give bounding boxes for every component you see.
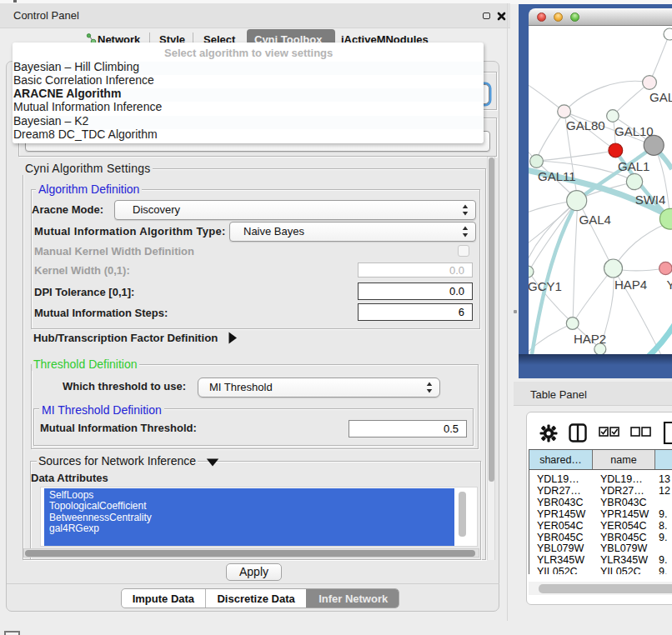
- svg-text:SWI4: SWI4: [635, 192, 666, 207]
- svg-text:GAL1: GAL1: [618, 159, 649, 173]
- svg-text:GAL10: GAL10: [614, 124, 654, 138]
- svg-text:GCY1: GCY1: [529, 279, 562, 293]
- svg-text:HAP4: HAP4: [614, 278, 647, 292]
- svg-text:Y: Y: [667, 278, 672, 292]
- svg-text:GAL80: GAL80: [566, 118, 605, 132]
- svg-text:GAL: GAL: [649, 90, 672, 104]
- svg-text:GAL11: GAL11: [538, 169, 576, 183]
- svg-text:GAL4: GAL4: [579, 212, 611, 227]
- svg-text:HAP2: HAP2: [574, 332, 606, 346]
